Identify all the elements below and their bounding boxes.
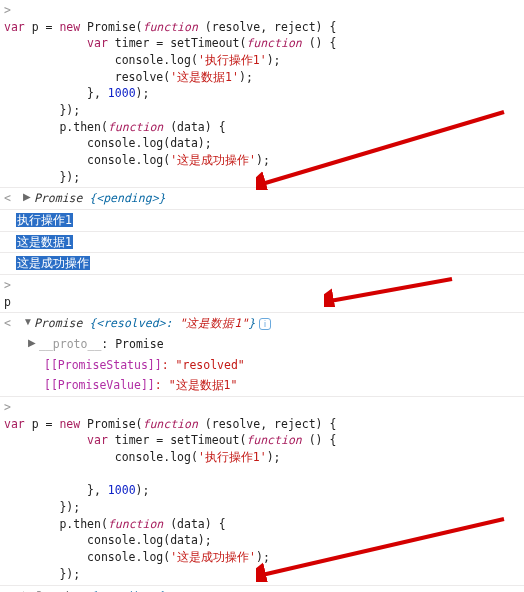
output-marker: <	[4, 190, 16, 207]
log-line-1[interactable]: 执行操作1	[0, 210, 524, 232]
input-marker: >	[4, 277, 16, 294]
output-promise-pending-2: < ▶Promise {<pending>}	[0, 586, 524, 593]
expand-icon[interactable]: ▶	[23, 588, 34, 593]
code-block-1[interactable]: var p = new Promise(function (resolve, r…	[4, 19, 508, 186]
output-marker: <	[4, 315, 16, 332]
input-marker: >	[4, 399, 16, 416]
console-input-p-1: > p	[0, 275, 524, 313]
output-marker: <	[4, 588, 16, 593]
console-input-block-2: > var p = new Promise(function (resolve,…	[0, 397, 524, 585]
proto-row: ▶__proto__: Promise	[0, 334, 524, 355]
collapse-icon[interactable]: ▼	[23, 315, 34, 330]
input-marker: >	[4, 2, 16, 19]
promise-status-row: [[PromiseStatus]]: "resolved"	[0, 355, 524, 376]
log-line-2[interactable]: 这是数据1	[0, 232, 524, 254]
expand-icon[interactable]: ▶	[23, 190, 34, 205]
promise-value-row: [[PromiseValue]]: "这是数据1"	[0, 375, 524, 397]
log-line-3[interactable]: 这是成功操作	[0, 253, 524, 275]
expand-icon[interactable]: ▶	[28, 336, 39, 351]
code-block-2[interactable]: var p = new Promise(function (resolve, r…	[4, 416, 508, 583]
code-p[interactable]: p	[4, 294, 508, 311]
info-icon[interactable]: i	[259, 318, 271, 330]
output-promise-resolved: < ▼Promise {<resolved>: "这是数据1"}i	[0, 313, 524, 334]
console-input-block-1: > var p = new Promise(function (resolve,…	[0, 0, 524, 188]
output-promise-pending-1: < ▶Promise {<pending>}	[0, 188, 524, 210]
